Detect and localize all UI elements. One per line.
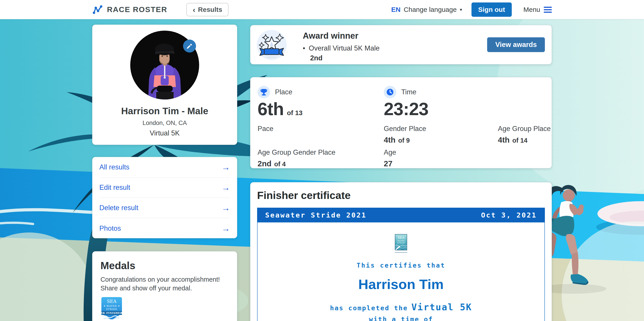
certificate-banner: Seawater Stride 2021 Oct 3, 2021 xyxy=(257,208,545,222)
ocean-foam-small xyxy=(0,223,33,224)
photos-link[interactable]: Photos → xyxy=(99,218,230,239)
logo-text-sea: SEA xyxy=(398,236,404,239)
profile-card: Harrison Tim - Male London, ON, CA Virtu… xyxy=(92,24,237,145)
pencil-icon xyxy=(186,43,193,49)
bullet-icon: • xyxy=(303,44,305,52)
caret-down-icon: ▾ xyxy=(460,7,462,12)
age-group-gender-place-value: 2nd xyxy=(258,159,272,168)
star-icon: ★ xyxy=(118,305,120,307)
pace-label: Pace xyxy=(258,125,274,133)
link-label: Photos xyxy=(99,224,121,233)
certificate-title: Finisher certificate xyxy=(257,189,545,201)
time-value: 23:23 xyxy=(384,99,428,119)
medal-text-stride: STRIDE xyxy=(106,308,117,311)
age-group-place-of: of 14 xyxy=(512,137,528,144)
certificate-certifies-text: This certifies that xyxy=(357,262,445,269)
gender-place-cell: Gender Place 4th of 9 xyxy=(384,125,426,144)
logo-text-stride: STRIDE xyxy=(397,242,405,244)
all-results-link[interactable]: All results → xyxy=(99,157,230,178)
age-group-place-label: Age Group Place xyxy=(498,125,551,133)
certificate-completed-event: Virtual 5K xyxy=(411,302,472,312)
gender-place-of: of 9 xyxy=(398,137,410,144)
award-item-label: Overall Virtual 5K Male xyxy=(309,44,380,52)
arrow-right-icon: → xyxy=(222,204,230,212)
results-label: Results xyxy=(198,6,222,13)
link-label: Edit result xyxy=(99,184,130,192)
gender-place-label: Gender Place xyxy=(384,125,426,133)
menu-label: Menu xyxy=(524,6,540,13)
age-label: Age xyxy=(384,148,396,156)
age-cell: Age 27 xyxy=(384,148,396,168)
result-actions-card: All results → Edit result → Delete resul… xyxy=(92,157,237,238)
brand-name: RACE ROSTER xyxy=(107,5,167,14)
medal-text-sea: SEA xyxy=(107,299,116,304)
place-of: of 13 xyxy=(287,109,302,117)
age-value: 27 xyxy=(384,159,392,168)
award-winner-card: Award winner • Overall Virtual 5K Male 2… xyxy=(250,25,552,64)
results-back-button[interactable]: ‹ Results xyxy=(186,3,228,16)
finisher-medal-badge: SEA ★ ★ WATER STRIDE 5K FINISHER xyxy=(100,297,123,320)
medals-card: Medals Congratulations on your accomplis… xyxy=(92,251,237,321)
age-group-gender-place-of: of 4 xyxy=(274,160,286,168)
language-code: EN xyxy=(391,6,400,13)
sign-out-button[interactable]: Sign out xyxy=(472,2,512,17)
edit-result-link[interactable]: Edit result → xyxy=(99,178,230,198)
top-nav: RACE ROSTER ‹ Results EN Change language… xyxy=(0,0,644,19)
profile-location: London, ON, CA xyxy=(92,120,237,126)
arrow-right-icon: → xyxy=(222,183,230,192)
award-place: 2nd xyxy=(310,54,380,62)
arrow-right-icon: → xyxy=(222,224,230,233)
pace-cell: Pace xyxy=(258,125,274,135)
medal-band-text: 5K FINISHER xyxy=(101,312,122,315)
menu-button[interactable]: Menu xyxy=(524,6,552,13)
medals-description: Congratulations on your accomplishment! … xyxy=(100,275,235,293)
age-group-place-value: 4th xyxy=(498,135,510,144)
medals-title: Medals xyxy=(100,260,229,272)
link-label: All results xyxy=(99,163,129,171)
arrow-right-icon: → xyxy=(222,163,230,171)
language-label: Change language xyxy=(404,6,457,13)
finisher-certificate-card: Finisher certificate Seawater Stride 202… xyxy=(250,182,552,321)
language-dropdown[interactable]: EN Change language ▾ xyxy=(391,6,462,13)
result-stats-card: Place Time 6th of 13 23:23 Pace xyxy=(250,77,552,168)
profile-event: Virtual 5K xyxy=(92,129,237,137)
certificate-completed-prefix: has completed the xyxy=(330,304,408,312)
age-group-gender-place-label: Age Group Gender Place xyxy=(258,148,336,156)
chevron-left-icon: ‹ xyxy=(193,6,195,13)
place-label: Place xyxy=(275,88,292,96)
link-label: Delete result xyxy=(99,204,138,212)
certificate-time-prefix: with a time of xyxy=(369,316,433,321)
certificate-runner-name: Harrison Tim xyxy=(358,276,444,292)
race-roster-result-page: RACE ROSTER ‹ Results EN Change language… xyxy=(0,0,644,321)
delete-result-link[interactable]: Delete result → xyxy=(99,198,230,218)
award-star-badge-icon xyxy=(257,30,287,60)
age-group-place-cell: Age Group Place 4th of 14 xyxy=(498,125,551,144)
clock-icon xyxy=(384,86,396,98)
logo-text-water: WATER xyxy=(398,240,404,242)
logo-fine-print xyxy=(395,252,407,253)
certificate-body: SEA WATER STRIDE This certifies that Har… xyxy=(257,222,545,321)
certificate-date: Oct 3, 2021 xyxy=(481,211,537,219)
certificate-event-name: Seawater Stride 2021 xyxy=(265,211,366,219)
view-awards-button[interactable]: View awards xyxy=(487,37,545,52)
star-icon: ★ xyxy=(104,305,106,307)
brand: RACE ROSTER xyxy=(92,5,167,14)
seawater-stride-logo: SEA WATER STRIDE xyxy=(390,234,412,250)
edit-avatar-button[interactable] xyxy=(183,39,196,52)
time-label: Time xyxy=(401,88,416,96)
profile-name: Harrison Tim - Male xyxy=(92,106,237,116)
award-winner-title: Award winner xyxy=(303,31,380,41)
medal-text-water: WATER xyxy=(106,305,117,308)
gender-place-value: 4th xyxy=(384,135,396,144)
place-value: 6th xyxy=(258,99,284,119)
age-group-gender-place-cell: Age Group Gender Place 2nd of 4 xyxy=(258,148,336,168)
trophy-icon xyxy=(258,86,270,98)
hamburger-icon xyxy=(544,6,552,13)
race-roster-logo-icon xyxy=(92,5,103,14)
